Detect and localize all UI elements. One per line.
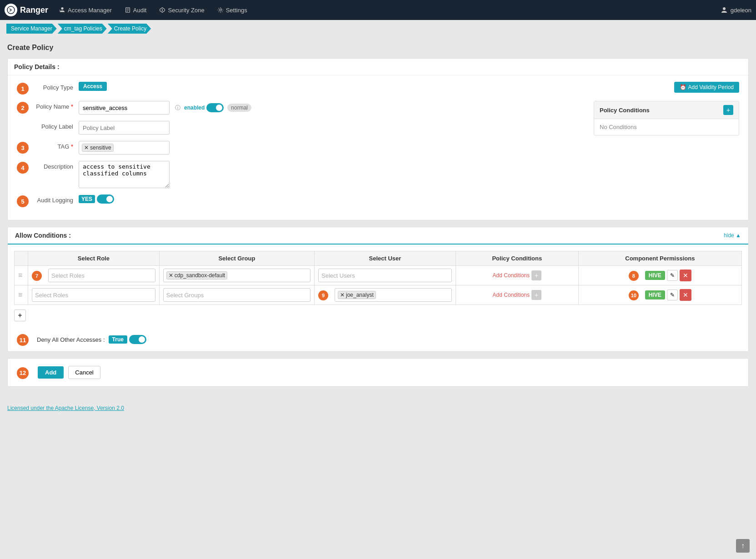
row1-user-input[interactable]: Select Users	[318, 269, 452, 282]
tag-remove-icon[interactable]: ✕	[340, 292, 345, 298]
row2-group-input[interactable]: Select Groups	[163, 288, 310, 302]
audit-logging-toggle: YES	[79, 195, 114, 204]
row2-role-cell: Select Roles	[28, 285, 160, 305]
row2-drag: ≡	[15, 285, 28, 305]
nav-audit-label: Audit	[133, 7, 147, 14]
row1-user-cell: Select Users	[315, 266, 456, 285]
row1-role-input[interactable]: Select Roles	[48, 269, 155, 282]
row2-user-value: joe_analyst	[346, 292, 374, 298]
breadcrumb-cm-tag-policies[interactable]: cm_tag Policies	[58, 24, 107, 34]
audit-toggle-switch[interactable]	[97, 195, 114, 204]
deny-label: Deny All Other Accesses :	[37, 336, 105, 343]
row1-group-tag: ✕ cdp_sandbox-default	[166, 271, 227, 280]
ranger-logo-icon	[5, 4, 17, 16]
row1-conditions-cell: Add Conditions +	[456, 266, 578, 285]
row2-user-input[interactable]: ✕ joe_analyst	[335, 288, 452, 302]
breadcrumb: Service Manager cm_tag Policies Create P…	[0, 20, 756, 37]
enabled-toggle[interactable]	[206, 103, 224, 112]
policy-name-group: ⓘ enabled normal	[79, 101, 251, 115]
policy-conditions-body: No Conditions	[594, 119, 739, 135]
two-col-layout: 2 Policy Name * ⓘ enabled	[17, 101, 739, 214]
drag-handle-icon: ≡	[18, 291, 22, 299]
audit-logging-row: 5 Audit Logging YES	[17, 195, 577, 207]
row1-conditions-add-btn[interactable]: +	[531, 270, 541, 280]
policy-details-form: 1 Policy Type Access ⏰ Add Validity Peri…	[8, 75, 748, 220]
row2-hive-edit-btn[interactable]: ✎	[667, 289, 678, 300]
row2-role-input[interactable]: Select Roles	[32, 288, 155, 302]
row1-user-placeholder: Select Users	[321, 272, 355, 279]
row2-hive-btn[interactable]: HIVE	[645, 290, 665, 299]
nav-audit[interactable]: Audit	[118, 0, 153, 20]
scroll-to-top-btn[interactable]: ↑	[736, 539, 750, 553]
policy-label-label: Policy Label	[33, 121, 79, 130]
add-validity-label: Add Validity Period	[688, 84, 734, 90]
th-select-role: Select Role	[28, 251, 160, 266]
nav-security-zone[interactable]: Security Zone	[153, 0, 210, 20]
row1-group-input[interactable]: ✕ cdp_sandbox-default	[163, 269, 310, 282]
brand[interactable]: Ranger	[5, 4, 48, 16]
username-label: gdeleon	[731, 7, 751, 14]
step-1-badge: 1	[17, 83, 29, 95]
policy-conditions-add-btn[interactable]: +	[723, 105, 733, 115]
page-title: Create Policy	[7, 44, 749, 52]
step-12-badge: 12	[17, 367, 29, 379]
normal-badge: normal	[227, 104, 251, 112]
brand-label: Ranger	[20, 5, 48, 15]
row1-role-placeholder: Select Roles	[51, 272, 85, 279]
conditions-table-head: Select Role Select Group Select User Pol…	[15, 251, 742, 266]
conditions-table: Select Role Select Group Select User Pol…	[14, 251, 742, 305]
validity-area: ⏰ Add Validity Period	[674, 82, 740, 93]
svg-rect-1	[60, 10, 60, 11]
row2-delete-btn[interactable]: ✕	[680, 289, 691, 301]
row2-add-conditions-link[interactable]: Add Conditions	[493, 292, 530, 298]
row1-hive-btn[interactable]: HIVE	[645, 271, 665, 280]
tag-remove-icon[interactable]: ✕	[169, 272, 173, 279]
tag-remove-icon[interactable]: ✕	[84, 145, 89, 151]
svg-point-9	[723, 7, 726, 10]
breadcrumb-service-manager[interactable]: Service Manager	[6, 24, 57, 34]
nav-settings[interactable]: Settings	[211, 0, 254, 20]
row2-conditions-add-btn[interactable]: +	[531, 290, 541, 300]
actions-card: 12 Add Cancel	[7, 358, 749, 387]
step-4-badge: 4	[17, 162, 29, 174]
deny-toggle[interactable]	[129, 335, 146, 344]
row1-add-conditions-link[interactable]: Add Conditions	[493, 272, 530, 279]
nav-access-manager[interactable]: Access Manager	[53, 0, 118, 20]
hide-link[interactable]: hide ▲	[724, 232, 741, 239]
row1-permissions-cell: 8 HIVE ✎ ✕	[578, 266, 741, 285]
allow-conditions-card: Allow Conditions : hide ▲ Select Role Se…	[7, 227, 749, 352]
row1-hive-edit-btn[interactable]: ✎	[667, 270, 678, 281]
policy-conditions-box: Policy Conditions + No Conditions	[594, 101, 739, 135]
add-button[interactable]: Add	[38, 366, 64, 379]
policy-conditions-title: Policy Conditions	[600, 107, 650, 114]
enabled-label: enabled	[184, 105, 205, 111]
footer-license-link[interactable]: Licensed under the Apache License, Versi…	[7, 405, 124, 411]
deny-toggle-wrap: True	[109, 335, 146, 344]
breadcrumb-create-policy[interactable]: Create Policy	[108, 24, 151, 34]
nav-access-manager-label: Access Manager	[68, 7, 112, 14]
tag-label: TAG *	[33, 141, 79, 150]
add-validity-button[interactable]: ⏰ Add Validity Period	[674, 82, 740, 93]
row2-group-cell: Select Groups	[159, 285, 314, 305]
description-input[interactable]: access to sensitive classified columns	[79, 161, 170, 188]
clock-icon: ⏰	[680, 84, 686, 90]
policy-conditions-header: Policy Conditions +	[594, 101, 739, 119]
step-5-badge: 5	[17, 195, 29, 207]
policy-details-card: Policy Details : 1 Policy Type Access ⏰ …	[7, 58, 749, 220]
policy-conditions-panel: Policy Conditions + No Conditions	[585, 101, 739, 214]
policy-label-input[interactable]	[79, 121, 170, 135]
policy-name-input[interactable]	[79, 101, 170, 115]
form-left-col: 2 Policy Name * ⓘ enabled	[17, 101, 577, 214]
table-row: ≡ Select Roles Select Groups	[15, 285, 742, 305]
cancel-button[interactable]: Cancel	[68, 366, 100, 379]
tag-input[interactable]: ✕ sensitive	[79, 141, 170, 155]
row1-role-cell: 7 Select Roles	[28, 266, 160, 285]
user-menu[interactable]: gdeleon	[721, 6, 751, 14]
audit-logging-label: Audit Logging	[33, 195, 79, 204]
tag-value: sensitive	[90, 145, 111, 151]
add-row-wrap: +	[14, 309, 742, 321]
tag-item-sensitive: ✕ sensitive	[82, 144, 114, 152]
row1-delete-btn[interactable]: ✕	[680, 270, 691, 281]
add-row-btn[interactable]: +	[14, 309, 26, 321]
row1-perm-wrap: 8 HIVE ✎ ✕	[582, 270, 738, 281]
